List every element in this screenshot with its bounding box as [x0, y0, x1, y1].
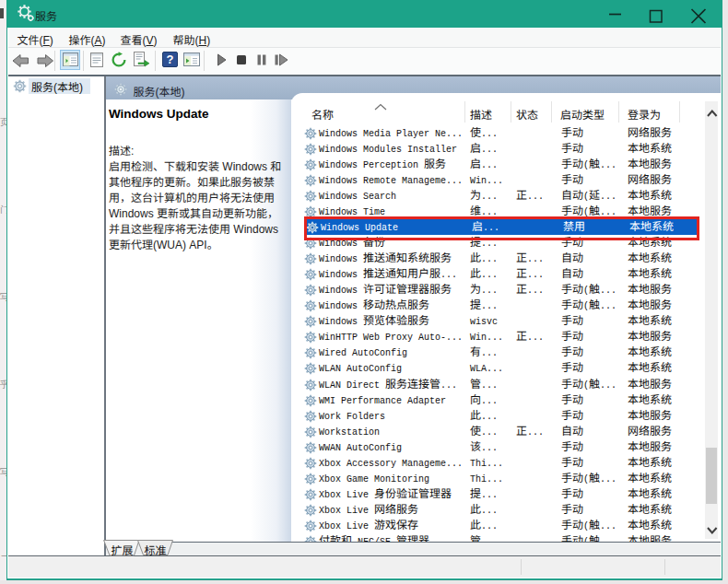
svg-text:?: ? [166, 53, 173, 66]
